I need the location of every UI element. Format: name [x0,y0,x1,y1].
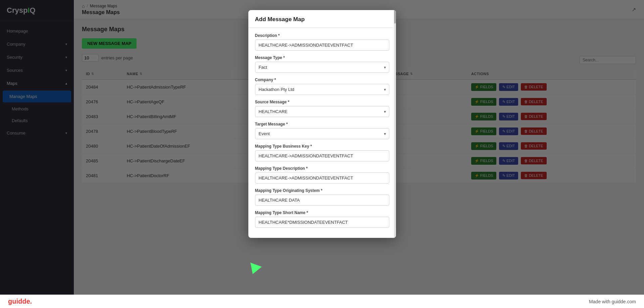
modal: Add Message Map Description * Message Ty… [248,10,396,238]
mapping-short-label: Mapping Type Short Name * [255,210,389,215]
target-message-select-wrapper: Event Reference Quantitative Monetary ▾ [255,128,389,139]
message-type-select[interactable]: Fact Event Reference Quantitative Moneta… [255,62,389,73]
scrollbar-thumb [394,10,396,23]
description-label: Description * [255,33,389,38]
modal-body: Description * Message Type * Fact Event … [248,28,396,238]
mapping-bk-input[interactable] [255,150,389,161]
mapping-desc-input[interactable] [255,172,389,184]
form-group-mapping-orig: Mapping Type Originating System * [255,188,389,206]
form-group-mapping-desc: Mapping Type Description * [255,166,389,184]
mapping-desc-label: Mapping Type Description * [255,166,389,171]
source-message-select-wrapper: HEALTHCARE ▾ [255,106,389,117]
company-label: Company * [255,78,389,82]
message-type-label: Message Type * [255,55,389,60]
form-group-description: Description * [255,33,389,51]
footer-bar: guidde. Made with guidde.com [0,295,644,308]
message-type-select-wrapper: Fact Event Reference Quantitative Moneta… [255,62,389,73]
source-message-select[interactable]: HEALTHCARE [255,106,389,117]
modal-title: Add Message Map [248,10,396,28]
guidde-logo: guidde. [8,298,32,305]
made-with-text: Made with guidde.com [589,299,636,304]
source-message-label: Source Message * [255,100,389,104]
mapping-bk-label: Mapping Type Business Key * [255,144,389,149]
form-group-company: Company * Hackathon Pty Ltd ▾ [255,78,389,95]
mapping-orig-label: Mapping Type Originating System * [255,188,389,193]
company-select-wrapper: Hackathon Pty Ltd ▾ [255,84,389,95]
mapping-short-input[interactable] [255,217,389,228]
company-select[interactable]: Hackathon Pty Ltd [255,84,389,95]
form-group-message-type: Message Type * Fact Event Reference Quan… [255,55,389,73]
form-group-target-message: Target Message * Event Reference Quantit… [255,122,389,139]
form-group-mapping-short: Mapping Type Short Name * [255,210,389,228]
modal-scrollbar [394,10,396,238]
target-message-select[interactable]: Event Reference Quantitative Monetary [255,128,389,139]
target-message-label: Target Message * [255,122,389,126]
form-group-source-message: Source Message * HEALTHCARE ▾ [255,100,389,117]
form-group-mapping-bk: Mapping Type Business Key * [255,144,389,161]
description-input[interactable] [255,40,389,51]
mapping-orig-input[interactable] [255,195,389,206]
modal-overlay[interactable]: Add Message Map Description * Message Ty… [0,0,644,295]
